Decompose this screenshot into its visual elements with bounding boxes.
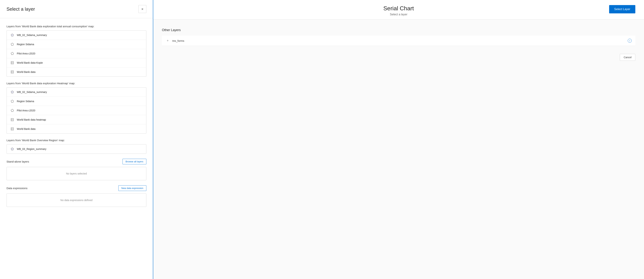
svg-rect-36 <box>11 118 14 121</box>
layer-name: WB_03_Region_summary <box>17 148 46 150</box>
select-layer-button[interactable]: Select Layer <box>609 5 635 13</box>
list-item[interactable]: WB_03_Region_summary <box>7 144 146 154</box>
svg-point-4 <box>13 44 14 44</box>
map-group-1: Layers from 'World Bank data exploration… <box>6 25 146 77</box>
list-item[interactable]: + tns_forms i <box>162 36 635 46</box>
layer-name: World Bank data <box>17 71 36 73</box>
polygon-outline-icon <box>10 99 14 103</box>
layer-name: Pilot Area c2020 <box>17 109 35 112</box>
list-item[interactable]: World Bank data heatmap <box>7 115 146 124</box>
list-item[interactable]: Pilot Area c2020 <box>7 106 146 115</box>
map-group-3-label: Layers from 'World Bank Overview Region'… <box>6 139 146 142</box>
polygon-outline-icon <box>10 109 14 112</box>
right-panel-header: Serial Chart Select a layer <box>153 0 644 20</box>
svg-rect-40 <box>11 128 14 130</box>
svg-point-31 <box>12 109 13 110</box>
data-expressions-title: Data expressions <box>6 187 28 190</box>
other-layers-title: Other Layers <box>162 28 635 32</box>
map-group-3-layers: WB_03_Region_summary <box>6 144 146 154</box>
svg-marker-24 <box>11 100 14 102</box>
list-item[interactable]: World Bank data-Kopie <box>7 58 146 68</box>
svg-rect-18 <box>11 71 14 73</box>
svg-point-34 <box>12 111 12 112</box>
list-item[interactable]: Pilot Area c2020 <box>7 49 146 58</box>
standalone-section: Stand-alone layers Browse all layers No … <box>6 159 146 180</box>
map-group-3: Layers from 'World Bank Overview Region'… <box>6 139 146 154</box>
svg-point-7 <box>11 44 12 44</box>
layer-name: World Bank data <box>17 127 36 130</box>
svg-rect-14 <box>11 62 14 64</box>
dialog-header: Select a layer × <box>0 0 153 18</box>
standalone-empty-text: No layers selected <box>66 172 87 175</box>
layer-name: World Bank data-Kopie <box>17 61 43 64</box>
svg-point-5 <box>13 45 13 46</box>
standalone-empty-box: No layers selected <box>6 167 146 180</box>
map-group-2: Layers from 'World Bank data exploration… <box>6 82 146 134</box>
svg-point-6 <box>12 45 12 46</box>
svg-point-32 <box>13 110 14 111</box>
list-item[interactable]: Region Sidama <box>7 40 146 49</box>
list-item[interactable]: Region Sidama <box>7 97 146 106</box>
right-panel: Serial Chart Select a layer Select Layer… <box>153 0 644 279</box>
info-icon[interactable]: i <box>628 39 632 43</box>
data-expressions-header: Data expressions New data expression <box>6 185 146 191</box>
svg-marker-2 <box>11 43 14 45</box>
layer-name: Pilot Area c2020 <box>17 52 35 55</box>
layer-name: WB_02_Sidama_summary <box>17 34 47 37</box>
dialog-body: Layers from 'World Bank data exploration… <box>0 18 153 279</box>
svg-point-10 <box>13 53 14 54</box>
standalone-header: Stand-alone layers Browse all layers <box>6 159 146 164</box>
svg-point-27 <box>13 102 13 103</box>
svg-marker-8 <box>11 52 14 55</box>
svg-point-35 <box>11 110 12 111</box>
data-expressions-empty-box: No data expressions defined <box>6 193 146 207</box>
select-layer-dialog: Select a layer × Layers from 'World Bank… <box>0 0 153 279</box>
polygon-icon <box>10 33 14 37</box>
layer-name: Region Sidama <box>17 100 34 103</box>
svg-point-9 <box>12 52 13 53</box>
list-item[interactable]: WB_02_Sidama_summary <box>7 88 146 97</box>
right-panel-body: Other Layers + tns_forms i Cancel <box>153 20 644 279</box>
svg-point-29 <box>11 101 12 101</box>
other-layers-list: + tns_forms i <box>162 36 635 46</box>
svg-point-12 <box>12 55 12 55</box>
data-expressions-empty-text: No data expressions defined <box>60 199 92 202</box>
svg-point-13 <box>11 53 12 54</box>
close-icon: × <box>141 7 144 11</box>
table-icon <box>10 118 14 122</box>
list-item[interactable]: World Bank data <box>7 124 146 133</box>
other-layer-name: tns_forms <box>172 39 628 42</box>
standalone-title: Stand-alone layers <box>6 160 29 163</box>
map-group-2-layers: WB_02_Sidama_summary Region Sidama Pilot… <box>6 87 146 134</box>
svg-point-28 <box>12 102 12 103</box>
layer-name: World Bank data heatmap <box>17 118 46 121</box>
chart-subtitle: Select a layer <box>162 13 635 16</box>
plus-icon: + <box>166 39 170 43</box>
svg-point-3 <box>12 43 13 43</box>
chart-title: Serial Chart <box>162 5 635 12</box>
table-icon <box>10 61 14 65</box>
cancel-button[interactable]: Cancel <box>620 54 635 61</box>
data-expressions-section: Data expressions New data expression No … <box>6 185 146 207</box>
table-icon <box>10 127 14 131</box>
map-group-1-layers: WB_02_Sidama_summary Region Sidama Pilot… <box>6 30 146 77</box>
map-group-1-label: Layers from 'World Bank data exploration… <box>6 25 146 28</box>
polygon-outline-icon <box>10 52 14 56</box>
list-item[interactable]: World Bank data <box>7 68 146 77</box>
browse-all-layers-button[interactable]: Browse all layers <box>122 159 146 164</box>
layer-name: WB_02_Sidama_summary <box>17 91 47 94</box>
svg-marker-30 <box>11 109 14 112</box>
polygon-icon <box>10 147 14 151</box>
svg-point-26 <box>13 101 14 101</box>
svg-point-33 <box>13 111 13 112</box>
dialog-close-button[interactable]: × <box>138 5 146 13</box>
svg-point-11 <box>13 55 13 55</box>
polygon-outline-icon <box>10 42 14 46</box>
dialog-title: Select a layer <box>6 6 35 12</box>
svg-point-25 <box>12 100 13 100</box>
map-group-2-label: Layers from 'World Bank data exploration… <box>6 82 146 85</box>
list-item[interactable]: WB_02_Sidama_summary <box>7 31 146 40</box>
table-icon <box>10 70 14 74</box>
polygon-icon <box>10 90 14 94</box>
new-data-expression-button[interactable]: New data expression <box>118 185 146 191</box>
